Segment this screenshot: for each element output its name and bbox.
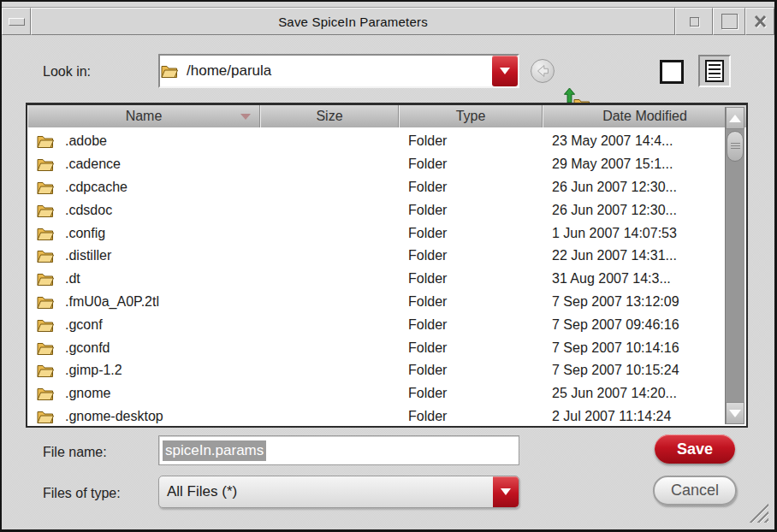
file-row-name-cell: .cdpcache: [29, 180, 260, 195]
column-header-name[interactable]: Name: [27, 105, 260, 127]
folder-icon: [36, 340, 55, 356]
vertical-scrollbar[interactable]: [725, 107, 744, 424]
window-resize-edge[interactable]: [2, 2, 774, 8]
file-row-name-cell: .gconfd: [29, 340, 260, 356]
scrollbar-thumb[interactable]: [727, 131, 744, 162]
file-type: Folder: [399, 409, 543, 424]
file-date: 2 Jul 2007 11:14:24: [543, 409, 726, 424]
file-row-name-cell: .gnome-desktop: [29, 409, 260, 424]
file-row[interactable]: .adobe Folder 23 May 2007 14:4...: [29, 130, 726, 153]
maximize-button[interactable]: [713, 8, 745, 35]
look-in-combobox[interactable]: /home/parula: [158, 54, 519, 88]
file-row[interactable]: .gimp-1.2 Folder 7 Sep 2007 10:15:24: [29, 359, 726, 382]
file-row[interactable]: .distiller Folder 22 Jun 2007 14:31...: [29, 245, 726, 268]
files-of-type-dropdown-button[interactable]: [493, 476, 519, 507]
save-button[interactable]: Save: [655, 434, 735, 464]
file-type: Folder: [399, 386, 543, 401]
scroll-up-icon: [729, 115, 741, 122]
file-date: 25 Jun 2007 14:20...: [543, 386, 726, 401]
file-row[interactable]: .gconf Folder 7 Sep 2007 09:46:16: [29, 313, 726, 336]
folder-icon: [36, 317, 55, 333]
folder-icon: [36, 409, 55, 424]
file-name: .cdpcache: [65, 180, 128, 195]
scroll-down-icon: [729, 410, 741, 417]
titlebar-title-area: Save SpiceIn Parameters: [31, 8, 675, 35]
scroll-down-button[interactable]: [726, 402, 744, 424]
file-date: 26 Jun 2007 12:30...: [543, 180, 726, 195]
file-row-name-cell: .fmU0a_A0P.2tl: [29, 294, 260, 310]
file-row-name-cell: .distiller: [29, 248, 260, 263]
cancel-button[interactable]: Cancel: [653, 476, 737, 505]
folder-icon: [36, 157, 55, 172]
file-row[interactable]: .config Folder 1 Jun 2007 14:07:53: [29, 222, 726, 245]
file-row[interactable]: .cdpcache Folder 26 Jun 2007 12:30...: [29, 176, 726, 199]
file-date: 7 Sep 2007 09:46:16: [543, 317, 726, 333]
list-view-button[interactable]: [660, 60, 684, 84]
chevron-down-icon: [500, 68, 510, 74]
iconify-button[interactable]: [675, 8, 713, 35]
resize-grip[interactable]: [746, 500, 768, 523]
file-row[interactable]: .dt Folder 31 Aug 2007 14:3...: [29, 268, 726, 291]
window-menu-icon: [9, 18, 25, 26]
folder-icon: [36, 133, 55, 149]
file-row-name-cell: .gconf: [29, 317, 260, 333]
maximize-icon: [721, 14, 738, 29]
file-row-name-cell: .dt: [29, 271, 260, 287]
look-in-dropdown-button[interactable]: [492, 56, 518, 86]
sort-descending-icon: [240, 114, 251, 120]
look-in-value: /home/parula: [187, 62, 492, 80]
scrollbar-grip-icon: [731, 143, 740, 151]
column-header-date-modified[interactable]: Date Modified: [543, 105, 746, 127]
file-date: 7 Sep 2007 10:14:16: [543, 340, 726, 356]
back-arrow-icon: [533, 62, 552, 80]
folder-icon: [36, 294, 55, 310]
file-date: 7 Sep 2007 10:15:24: [543, 363, 726, 378]
folder-icon: [36, 386, 55, 401]
file-name: .distiller: [65, 248, 111, 263]
file-row[interactable]: .cdsdoc Folder 26 Jun 2007 12:30...: [29, 198, 726, 222]
file-row[interactable]: .gnome-desktop Folder 2 Jul 2007 11:14:2…: [29, 405, 726, 424]
file-name: .dt: [65, 271, 80, 287]
folder-icon: [36, 271, 55, 287]
column-header-size[interactable]: Size: [260, 105, 399, 127]
close-icon: [750, 13, 769, 30]
file-name: .gconfd: [65, 340, 110, 356]
file-row-name-cell: .cadence: [29, 157, 260, 172]
folder-icon: [36, 226, 55, 241]
file-type: Folder: [399, 248, 543, 263]
file-row-name-cell: .adobe: [29, 133, 260, 149]
file-date: 1 Jun 2007 14:07:53: [543, 226, 726, 241]
detail-view-button[interactable]: [698, 55, 731, 87]
back-button[interactable]: [531, 59, 555, 83]
file-row[interactable]: .gnome Folder 25 Jun 2007 14:20...: [29, 382, 726, 405]
file-type: Folder: [399, 226, 543, 241]
file-name: .config: [65, 226, 105, 241]
file-row-name-cell: .config: [29, 226, 260, 241]
dialog-window: Save SpiceIn Parameters Look in: /home/p…: [0, 0, 777, 532]
file-name: .gnome-desktop: [65, 409, 163, 424]
file-row[interactable]: .cadence Folder 29 May 2007 15:1...: [29, 153, 726, 176]
file-date: 29 May 2007 15:1...: [543, 157, 726, 172]
file-date: 7 Sep 2007 13:12:09: [543, 294, 726, 310]
file-name: .adobe: [65, 133, 107, 149]
file-name-input[interactable]: spiceIn.params: [158, 435, 519, 465]
titlebar[interactable]: Save SpiceIn Parameters: [2, 8, 774, 35]
file-name: .fmU0a_A0P.2tl: [65, 294, 159, 310]
files-of-type-combobox[interactable]: All Files (*): [158, 476, 519, 508]
close-button[interactable]: [745, 8, 774, 35]
file-type: Folder: [399, 203, 543, 218]
scroll-up-button[interactable]: [726, 107, 744, 129]
file-row-name-cell: .gimp-1.2: [29, 363, 260, 378]
iconify-icon: [690, 17, 699, 27]
file-row[interactable]: .gconfd Folder 7 Sep 2007 10:14:16: [29, 336, 726, 359]
file-row-name-cell: .gnome: [29, 386, 260, 401]
file-name-label: File name:: [43, 445, 107, 460]
file-name: .gimp-1.2: [65, 363, 122, 378]
column-header-type[interactable]: Type: [399, 105, 543, 127]
file-date: 31 Aug 2007 14:3...: [543, 271, 726, 287]
files-of-type-label: Files of type:: [43, 486, 121, 501]
file-row[interactable]: .fmU0a_A0P.2tl Folder 7 Sep 2007 13:12:0…: [29, 291, 726, 314]
file-type: Folder: [399, 133, 543, 149]
file-row-name-cell: .cdsdoc: [29, 203, 260, 218]
window-menu-button[interactable]: [2, 8, 31, 35]
